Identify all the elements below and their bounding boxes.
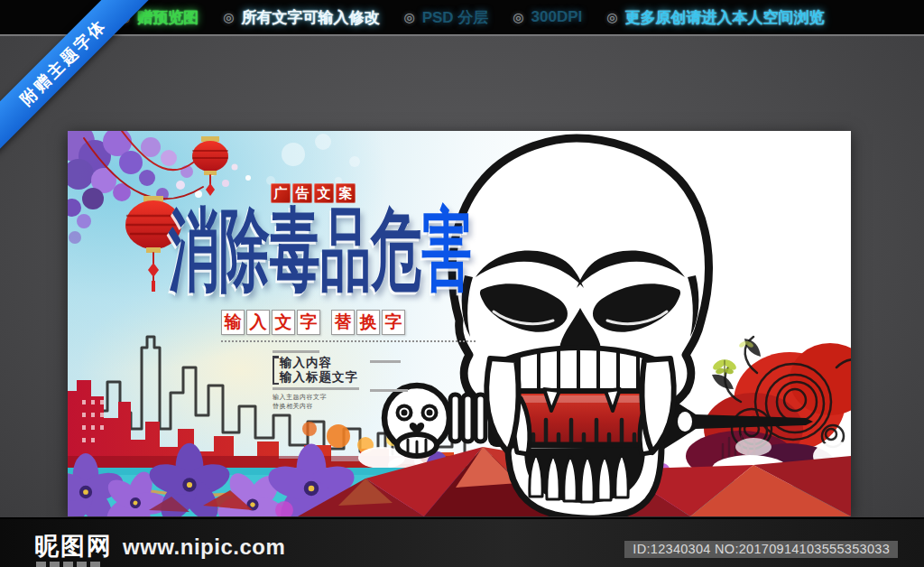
micro-text-bar (370, 389, 408, 392)
micro-text-bar (370, 360, 401, 363)
feature-label: 更多原创请进入本人空间浏览 (624, 7, 824, 28)
bullet-icon: ◎ (223, 10, 234, 24)
feature-label: 所有文字可输入修改 (241, 7, 379, 28)
copy-line-3: 输入主题内容文字 (273, 393, 417, 401)
bullet-icon: ◎ (403, 10, 414, 24)
site-url[interactable]: www.nipic.com (123, 534, 285, 560)
feature-item-editable-text: ◎ 所有文字可输入修改 (223, 7, 379, 28)
feature-label: PSD 分层 (422, 7, 489, 28)
title-main: 消除毒品危 (169, 200, 421, 301)
grid-group-1: 输 入 文 字 (221, 310, 320, 335)
micro-text-bar (273, 350, 319, 353)
grid-group-2: 替 换 字 (331, 310, 405, 335)
grid-char: 字 (297, 310, 320, 335)
feature-label: 300DPI (531, 8, 583, 26)
grid-char: 输 (221, 310, 245, 335)
site-logo[interactable]: 昵图网 (34, 530, 113, 562)
bokeh-dots (266, 134, 360, 185)
title-accent-char: 害 (421, 200, 472, 301)
grid-char: 字 (382, 310, 405, 335)
watermark-id: ID:12340304 NO:20170914103555353033 (624, 541, 898, 558)
feature-item-psd-layers: ◎ PSD 分层 (403, 7, 488, 28)
copy-block: 输入内容 输入标题文字 输入主题内容文字 替换相关内容 (273, 348, 417, 410)
copy-line-4: 替换相关内容 (273, 402, 417, 410)
grid-char: 文 (272, 310, 295, 335)
grid-char: 入 (246, 310, 270, 335)
feature-label: 赠预览图 (137, 7, 199, 28)
bullet-icon: ◎ (513, 10, 523, 24)
copy-line-1: 输入内容 (280, 356, 417, 370)
poster-artwork (68, 131, 851, 516)
grid-char: 替 (331, 310, 355, 335)
poster-title: 消除毒品危害 (169, 205, 472, 297)
dashed-rule (221, 340, 476, 342)
copy-line-2: 输入标题文字 (280, 370, 417, 385)
template-preview-page: ◎ 赠预览图 ◎ 所有文字可输入修改 ◎ PSD 分层 ◎ 300DPI ◎ 更… (0, 0, 924, 567)
feature-link-more-originals[interactable]: ◎ 更多原创请进入本人空间浏览 (606, 7, 824, 28)
grid-char: 换 (356, 310, 380, 335)
poster-preview-image[interactable]: 广 告 文 案 消除毒品危害 输 入 文 字 替 换 字 (68, 131, 851, 516)
footer-bar: 昵图网 www.nipic.com ID:12340304 NO:2017091… (0, 517, 924, 567)
cropped-text-row (36, 562, 100, 567)
micro-text-bar (273, 387, 359, 390)
input-grid-boxes: 输 入 文 字 替 换 字 (221, 310, 405, 335)
bullet-icon: ◎ (606, 10, 617, 24)
feature-item-300dpi: ◎ 300DPI (513, 8, 582, 26)
